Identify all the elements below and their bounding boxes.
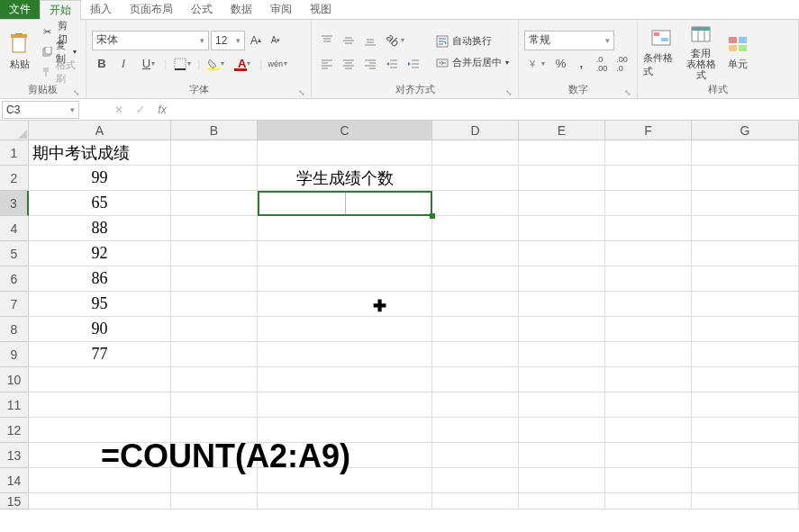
cell-E14[interactable] [519, 468, 605, 493]
italic-button[interactable]: I [113, 54, 133, 74]
cell-E1[interactable] [519, 140, 605, 166]
cell-F12[interactable] [605, 418, 692, 443]
tab-insert[interactable]: 插入 [81, 0, 121, 19]
decrease-indent-button[interactable] [382, 54, 402, 74]
font-name-select[interactable]: 宋体 ▾ [92, 31, 209, 50]
col-header-D[interactable]: D [432, 121, 519, 140]
cell-A7[interactable]: 95 [29, 292, 171, 317]
cell-C14[interactable] [258, 468, 432, 493]
cell-D1[interactable] [432, 140, 519, 166]
cell-E7[interactable] [519, 292, 605, 317]
cell-G2[interactable] [692, 166, 799, 191]
tab-formulas[interactable]: 公式 [182, 0, 222, 19]
enter-formula-button[interactable]: ✓ [130, 100, 151, 120]
number-format-select[interactable]: 常规 ▾ [524, 31, 614, 50]
cell-F3[interactable] [605, 191, 692, 216]
cell-D14[interactable] [432, 468, 519, 493]
align-top-button[interactable] [317, 31, 337, 50]
cell-D3[interactable] [432, 191, 519, 216]
cell-B6[interactable] [171, 266, 258, 292]
cell-B10[interactable] [171, 367, 258, 392]
cell-F8[interactable] [605, 317, 692, 342]
cell-C15[interactable] [258, 493, 432, 509]
cell-G15[interactable] [692, 493, 799, 509]
cell-C5[interactable] [258, 241, 432, 266]
format-as-table-button[interactable]: 套用 表格格式 [683, 23, 719, 81]
border-button[interactable]: ▾ [168, 54, 195, 74]
row-header-1[interactable]: 1 [0, 140, 29, 166]
cell-C2[interactable]: 学生成绩个数 [258, 166, 432, 191]
cell-G3[interactable] [692, 191, 799, 216]
cell-D10[interactable] [432, 367, 519, 392]
cell-F10[interactable] [605, 367, 692, 392]
cell-B1[interactable] [171, 140, 258, 166]
cell-D15[interactable] [432, 493, 519, 509]
col-header-G[interactable]: G [692, 121, 799, 140]
bold-button[interactable]: B [92, 54, 112, 74]
wrap-text-button[interactable]: 自动换行 [432, 32, 513, 50]
font-launcher[interactable]: ⤡ [298, 88, 305, 97]
cell-E15[interactable] [519, 493, 605, 509]
underline-button[interactable]: U▾ [135, 54, 162, 74]
cell-D8[interactable] [432, 317, 519, 342]
cell-C11[interactable] [258, 392, 432, 418]
cell-C10[interactable] [258, 367, 432, 392]
select-all-corner[interactable] [0, 121, 29, 140]
cell-B4[interactable] [171, 216, 258, 241]
cell-C4[interactable] [258, 216, 432, 241]
cell-A6[interactable]: 86 [29, 266, 171, 292]
cell-C8[interactable] [258, 317, 432, 342]
cell-B15[interactable] [171, 493, 258, 509]
cell-G10[interactable] [692, 367, 799, 392]
align-center-button[interactable] [339, 54, 359, 74]
cell-A9[interactable]: 77 [29, 342, 171, 367]
cell-E13[interactable] [519, 443, 605, 468]
decrease-decimal-button[interactable]: .00.0 [613, 54, 631, 74]
cell-A8[interactable]: 90 [29, 317, 171, 342]
cell-A3[interactable]: 65 [29, 191, 171, 216]
cell-E4[interactable] [519, 216, 605, 241]
decrease-font-button[interactable]: A▾ [267, 32, 285, 50]
row-header-3[interactable]: 3 [0, 191, 29, 216]
col-header-C[interactable]: C [258, 121, 432, 140]
row-header-9[interactable]: 9 [0, 342, 29, 367]
cell-A15[interactable] [29, 493, 171, 509]
cell-F15[interactable] [605, 493, 692, 509]
increase-font-button[interactable]: A▴ [247, 32, 265, 50]
row-header-2[interactable]: 2 [0, 166, 29, 191]
cell-B3[interactable] [171, 191, 258, 216]
row-header-14[interactable]: 14 [0, 468, 29, 493]
cell-A5[interactable]: 92 [29, 241, 171, 266]
col-header-E[interactable]: E [519, 121, 605, 140]
cell-A13[interactable] [29, 443, 171, 468]
cell-C6[interactable] [258, 266, 432, 292]
fill-color-button[interactable]: ▾ [202, 54, 229, 74]
format-painter-button[interactable]: 格式刷 [38, 63, 80, 81]
col-header-B[interactable]: B [171, 121, 258, 140]
cell-G11[interactable] [692, 392, 799, 418]
clipboard-launcher[interactable]: ⤡ [73, 88, 80, 97]
cell-G14[interactable] [692, 468, 799, 493]
cell-B9[interactable] [171, 342, 258, 367]
cell-F11[interactable] [605, 392, 692, 418]
col-header-F[interactable]: F [605, 121, 692, 140]
cell-F2[interactable] [605, 166, 692, 191]
cell-D7[interactable] [432, 292, 519, 317]
cell-G4[interactable] [692, 216, 799, 241]
align-bottom-button[interactable] [360, 31, 380, 50]
accounting-format-button[interactable]: ¥▾ [524, 54, 549, 74]
cell-D2[interactable] [432, 166, 519, 191]
cell-A14[interactable] [29, 468, 171, 493]
cells-area[interactable]: 期中考试成绩 99学生成绩个数 65 88 92 86 95 90 77 [29, 140, 799, 509]
row-header-15[interactable]: 15 [0, 493, 29, 509]
align-right-button[interactable] [360, 54, 380, 74]
cell-B2[interactable] [171, 166, 258, 191]
cell-E5[interactable] [519, 241, 605, 266]
selection-fill-handle[interactable] [430, 213, 435, 219]
increase-decimal-button[interactable]: .0.00 [593, 54, 612, 74]
cell-A10[interactable] [29, 367, 171, 392]
align-launcher[interactable]: ⤡ [505, 88, 513, 97]
merge-center-button[interactable]: 合并后居中 ▾ [432, 54, 513, 72]
font-size-select[interactable]: 12 ▾ [211, 31, 245, 50]
cell-styles-button[interactable]: 单元 [722, 23, 753, 81]
